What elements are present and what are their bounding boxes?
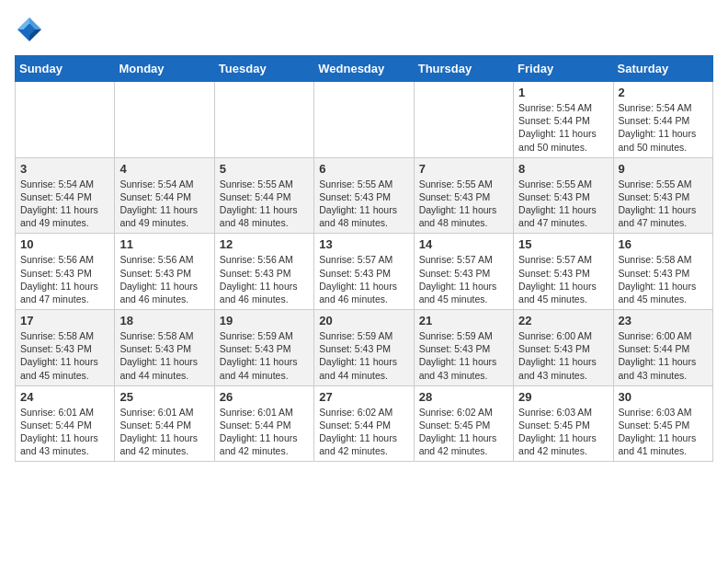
day-info: Sunrise: 5:59 AM Sunset: 5:43 PM Dayligh…	[319, 329, 408, 382]
calendar-cell: 30Sunrise: 6:03 AM Sunset: 5:45 PM Dayli…	[613, 385, 712, 462]
day-info: Sunrise: 5:59 AM Sunset: 5:43 PM Dayligh…	[419, 329, 508, 382]
day-number: 11	[119, 237, 209, 251]
day-number: 19	[220, 314, 309, 327]
day-number: 25	[119, 390, 209, 404]
day-number: 2	[619, 86, 708, 99]
day-number: 3	[20, 162, 109, 176]
calendar-cell: 7Sunrise: 5:55 AM Sunset: 5:43 PM Daylig…	[414, 157, 513, 234]
day-info: Sunrise: 6:00 AM Sunset: 5:43 PM Dayligh…	[518, 329, 608, 382]
day-number: 14	[419, 237, 508, 251]
day-info: Sunrise: 5:58 AM Sunset: 5:43 PM Dayligh…	[119, 329, 209, 382]
day-info: Sunrise: 6:02 AM Sunset: 5:44 PM Dayligh…	[319, 406, 408, 458]
day-info: Sunrise: 5:59 AM Sunset: 5:43 PM Dayligh…	[220, 329, 309, 382]
day-number: 24	[20, 390, 109, 404]
day-info: Sunrise: 5:57 AM Sunset: 5:43 PM Dayligh…	[419, 253, 508, 305]
day-number: 27	[319, 390, 408, 404]
day-number: 22	[518, 314, 608, 327]
calendar-cell: 16Sunrise: 5:58 AM Sunset: 5:43 PM Dayli…	[613, 234, 712, 310]
calendar-cell	[414, 82, 513, 158]
day-number: 1	[518, 86, 608, 99]
day-info: Sunrise: 6:03 AM Sunset: 5:45 PM Dayligh…	[518, 406, 608, 458]
calendar-cell: 22Sunrise: 6:00 AM Sunset: 5:43 PM Dayli…	[514, 310, 613, 386]
day-number: 4	[119, 162, 209, 176]
day-info: Sunrise: 5:55 AM Sunset: 5:43 PM Dayligh…	[518, 178, 608, 230]
day-number: 6	[319, 162, 408, 176]
day-number: 7	[419, 162, 508, 176]
day-info: Sunrise: 5:55 AM Sunset: 5:43 PM Dayligh…	[619, 178, 708, 230]
day-info: Sunrise: 5:54 AM Sunset: 5:44 PM Dayligh…	[518, 101, 608, 154]
day-info: Sunrise: 6:03 AM Sunset: 5:45 PM Dayligh…	[619, 406, 708, 458]
day-number: 21	[419, 314, 508, 327]
calendar-cell: 14Sunrise: 5:57 AM Sunset: 5:43 PM Dayli…	[414, 234, 513, 310]
day-number: 23	[619, 314, 708, 327]
day-number: 29	[518, 390, 608, 404]
calendar-cell: 5Sunrise: 5:55 AM Sunset: 5:44 PM Daylig…	[214, 157, 313, 234]
day-number: 18	[119, 314, 209, 327]
weekday-header-saturday: Saturday	[613, 56, 712, 82]
calendar-week-4: 24Sunrise: 6:01 AM Sunset: 5:44 PM Dayli…	[16, 385, 713, 462]
calendar-table: SundayMondayTuesdayWednesdayThursdayFrid…	[15, 55, 713, 462]
day-info: Sunrise: 6:02 AM Sunset: 5:45 PM Dayligh…	[419, 406, 508, 458]
calendar-cell: 11Sunrise: 5:56 AM Sunset: 5:43 PM Dayli…	[115, 234, 214, 310]
weekday-header-wednesday: Wednesday	[314, 56, 414, 82]
day-number: 12	[220, 237, 309, 251]
day-number: 5	[220, 162, 309, 176]
calendar-cell	[314, 82, 414, 158]
day-info: Sunrise: 5:55 AM Sunset: 5:43 PM Dayligh…	[319, 178, 408, 230]
day-number: 9	[619, 162, 708, 176]
day-info: Sunrise: 6:01 AM Sunset: 5:44 PM Dayligh…	[119, 406, 209, 458]
calendar-cell: 4Sunrise: 5:54 AM Sunset: 5:44 PM Daylig…	[115, 157, 214, 234]
calendar-cell: 26Sunrise: 6:01 AM Sunset: 5:44 PM Dayli…	[214, 385, 313, 462]
weekday-header-thursday: Thursday	[414, 56, 513, 82]
day-info: Sunrise: 5:56 AM Sunset: 5:43 PM Dayligh…	[119, 253, 209, 305]
logo	[15, 15, 48, 44]
day-info: Sunrise: 5:56 AM Sunset: 5:43 PM Dayligh…	[220, 253, 309, 305]
day-info: Sunrise: 5:57 AM Sunset: 5:43 PM Dayligh…	[319, 253, 408, 305]
calendar-cell: 10Sunrise: 5:56 AM Sunset: 5:43 PM Dayli…	[16, 234, 115, 310]
calendar-cell: 12Sunrise: 5:56 AM Sunset: 5:43 PM Dayli…	[214, 234, 313, 310]
day-info: Sunrise: 6:01 AM Sunset: 5:44 PM Dayligh…	[20, 406, 109, 458]
calendar-cell: 27Sunrise: 6:02 AM Sunset: 5:44 PM Dayli…	[314, 385, 414, 462]
day-info: Sunrise: 5:58 AM Sunset: 5:43 PM Dayligh…	[619, 253, 708, 305]
day-number: 10	[20, 237, 109, 251]
calendar-week-1: 3Sunrise: 5:54 AM Sunset: 5:44 PM Daylig…	[16, 157, 713, 234]
day-info: Sunrise: 5:54 AM Sunset: 5:44 PM Dayligh…	[619, 101, 708, 154]
calendar-cell: 13Sunrise: 5:57 AM Sunset: 5:43 PM Dayli…	[314, 234, 414, 310]
day-info: Sunrise: 5:56 AM Sunset: 5:43 PM Dayligh…	[20, 253, 109, 305]
calendar-cell: 17Sunrise: 5:58 AM Sunset: 5:43 PM Dayli…	[16, 310, 115, 386]
calendar-week-2: 10Sunrise: 5:56 AM Sunset: 5:43 PM Dayli…	[16, 234, 713, 310]
day-number: 28	[419, 390, 508, 404]
calendar-cell	[16, 82, 115, 158]
calendar-week-0: 1Sunrise: 5:54 AM Sunset: 5:44 PM Daylig…	[16, 82, 713, 158]
calendar-week-3: 17Sunrise: 5:58 AM Sunset: 5:43 PM Dayli…	[16, 310, 713, 386]
day-number: 13	[319, 237, 408, 251]
day-number: 8	[518, 162, 608, 176]
calendar-cell: 20Sunrise: 5:59 AM Sunset: 5:43 PM Dayli…	[314, 310, 414, 386]
calendar-cell: 19Sunrise: 5:59 AM Sunset: 5:43 PM Dayli…	[214, 310, 313, 386]
weekday-header-monday: Monday	[115, 56, 214, 82]
logo-icon	[15, 15, 44, 44]
calendar-cell: 2Sunrise: 5:54 AM Sunset: 5:44 PM Daylig…	[613, 82, 712, 158]
calendar-cell: 24Sunrise: 6:01 AM Sunset: 5:44 PM Dayli…	[16, 385, 115, 462]
calendar-cell: 9Sunrise: 5:55 AM Sunset: 5:43 PM Daylig…	[613, 157, 712, 234]
day-number: 17	[20, 314, 109, 327]
day-info: Sunrise: 5:54 AM Sunset: 5:44 PM Dayligh…	[20, 178, 109, 230]
day-number: 30	[619, 390, 708, 404]
calendar-cell: 1Sunrise: 5:54 AM Sunset: 5:44 PM Daylig…	[514, 82, 613, 158]
calendar-cell: 29Sunrise: 6:03 AM Sunset: 5:45 PM Dayli…	[514, 385, 613, 462]
calendar-cell: 15Sunrise: 5:57 AM Sunset: 5:43 PM Dayli…	[514, 234, 613, 310]
page-header	[15, 15, 713, 44]
calendar-cell: 21Sunrise: 5:59 AM Sunset: 5:43 PM Dayli…	[414, 310, 513, 386]
day-number: 16	[619, 237, 708, 251]
weekday-header-tuesday: Tuesday	[214, 56, 313, 82]
calendar-cell: 28Sunrise: 6:02 AM Sunset: 5:45 PM Dayli…	[414, 385, 513, 462]
day-info: Sunrise: 5:55 AM Sunset: 5:44 PM Dayligh…	[220, 178, 309, 230]
calendar-cell: 6Sunrise: 5:55 AM Sunset: 5:43 PM Daylig…	[314, 157, 414, 234]
calendar-cell: 8Sunrise: 5:55 AM Sunset: 5:43 PM Daylig…	[514, 157, 613, 234]
calendar-header-row: SundayMondayTuesdayWednesdayThursdayFrid…	[16, 56, 713, 82]
calendar-cell: 3Sunrise: 5:54 AM Sunset: 5:44 PM Daylig…	[16, 157, 115, 234]
calendar-cell: 18Sunrise: 5:58 AM Sunset: 5:43 PM Dayli…	[115, 310, 214, 386]
calendar-cell: 25Sunrise: 6:01 AM Sunset: 5:44 PM Dayli…	[115, 385, 214, 462]
day-info: Sunrise: 6:00 AM Sunset: 5:44 PM Dayligh…	[619, 329, 708, 382]
day-info: Sunrise: 5:58 AM Sunset: 5:43 PM Dayligh…	[20, 329, 109, 382]
